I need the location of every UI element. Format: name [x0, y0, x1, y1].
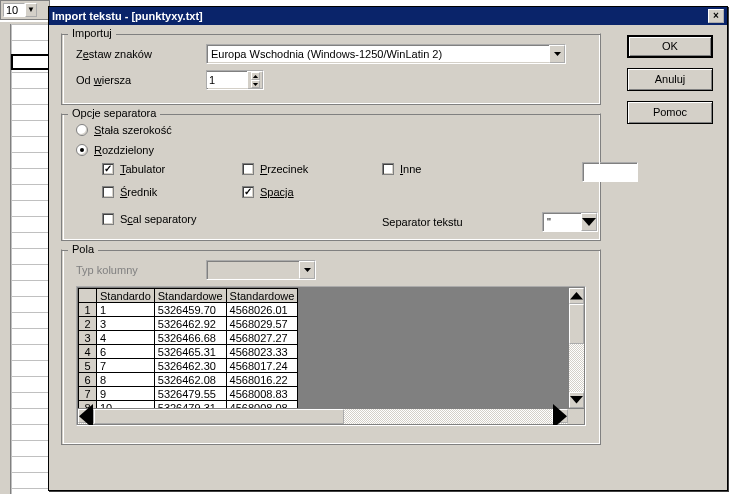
preview-table[interactable]: StandardoStandardoweStandardowe115326459… — [76, 286, 586, 426]
svg-marker-6 — [570, 396, 583, 403]
merge-label: Scal separatory — [120, 213, 196, 225]
fontsize-combo[interactable]: ▼ — [0, 0, 50, 20]
scroll-thumb[interactable] — [94, 409, 344, 424]
space-check[interactable]: Spacja — [242, 186, 382, 198]
cell-cursor — [11, 54, 50, 70]
table-row[interactable]: 345326466.684568027.27 — [79, 331, 298, 345]
close-icon[interactable]: × — [708, 9, 724, 23]
chevron-down-icon[interactable] — [581, 213, 597, 231]
comma-label: Przecinek — [260, 163, 308, 175]
charset-label: Zestaw znaków — [76, 48, 206, 60]
charset-combo[interactable]: Europa Wschodnia (Windows-1250/WinLatin … — [206, 44, 566, 64]
merge-check[interactable]: Scal separatory — [102, 213, 382, 225]
cancel-button[interactable]: Anuluj — [627, 68, 713, 91]
other-label: Inne — [400, 163, 421, 175]
delimited-radio[interactable]: Rozdzielony — [76, 144, 154, 156]
scroll-left-icon[interactable] — [78, 409, 94, 423]
fontsize-dropdown-icon[interactable]: ▼ — [25, 3, 37, 17]
delimited-label: Rozdzielony — [94, 144, 154, 156]
charset-value: Europa Wschodnia (Windows-1250/WinLatin … — [207, 48, 549, 60]
scroll-right-icon[interactable] — [552, 409, 568, 423]
semicolon-check[interactable]: Średnik — [102, 186, 242, 198]
table-row[interactable]: 115326459.704568026.01 — [79, 303, 298, 317]
col-header[interactable]: Standardo — [97, 289, 155, 303]
import-text-dialog: Import tekstu - [punktyxy.txt] × OK Anul… — [48, 6, 728, 491]
fixed-width-radio[interactable]: Stała szerokość — [76, 124, 172, 136]
table-row[interactable]: 575326462.304568017.24 — [79, 359, 298, 373]
sheet-cells[interactable] — [11, 24, 50, 494]
horizontal-scrollbar[interactable] — [78, 408, 584, 424]
vertical-scrollbar[interactable] — [568, 288, 584, 408]
col-header[interactable]: Standardowe — [154, 289, 226, 303]
semicolon-label: Średnik — [120, 186, 157, 198]
row-header-strip — [0, 24, 11, 494]
separator-group: Opcje separatora Stała szerokość Rozdzie… — [61, 113, 601, 241]
separator-legend: Opcje separatora — [68, 107, 160, 119]
table-row[interactable]: 235326462.924568029.57 — [79, 317, 298, 331]
textsep-label: Separator tekstu — [382, 216, 542, 228]
import-legend: Importuj — [68, 27, 116, 39]
coltype-label: Typ kolumny — [76, 264, 206, 276]
table-row[interactable]: 685326462.084568016.22 — [79, 373, 298, 387]
fromrow-spin[interactable] — [206, 70, 264, 90]
fontsize-input[interactable] — [3, 3, 25, 17]
table-row[interactable]: 795326479.554568008.83 — [79, 387, 298, 401]
chevron-down-icon — [299, 261, 315, 279]
chevron-down-icon[interactable] — [549, 45, 565, 63]
svg-marker-7 — [79, 404, 93, 426]
table-row[interactable]: 465326465.314568023.33 — [79, 345, 298, 359]
svg-marker-8 — [553, 404, 567, 426]
coltype-combo — [206, 260, 316, 280]
other-input[interactable] — [582, 162, 638, 182]
fromrow-label: Od wiersza — [76, 74, 206, 86]
tab-check[interactable]: Tabulator — [102, 163, 242, 175]
titlebar[interactable]: Import tekstu - [punktyxy.txt] × — [49, 7, 727, 25]
dialog-title: Import tekstu - [punktyxy.txt] — [52, 10, 203, 22]
svg-marker-5 — [570, 292, 583, 299]
scroll-down-icon[interactable] — [569, 392, 584, 408]
space-label: Spacja — [260, 186, 294, 198]
svg-marker-1 — [252, 75, 257, 78]
help-button[interactable]: Pomoc — [627, 101, 713, 124]
fixed-width-label: Stała szerokość — [94, 124, 172, 136]
fromrow-input[interactable] — [207, 72, 245, 88]
textsep-value: " — [543, 213, 581, 231]
import-group: Importuj Zestaw znaków Europa Wschodnia … — [61, 33, 601, 105]
textsep-combo[interactable]: " — [542, 212, 598, 232]
fields-legend: Pola — [68, 243, 98, 255]
scroll-up-icon[interactable] — [569, 288, 584, 304]
col-header[interactable]: Standardowe — [226, 289, 298, 303]
tab-label: Tabulator — [120, 163, 165, 175]
spin-up-icon[interactable] — [251, 72, 260, 80]
svg-marker-0 — [554, 52, 561, 56]
svg-marker-3 — [582, 218, 596, 226]
spin-down-icon[interactable] — [251, 80, 260, 88]
fields-group: Pola Typ kolumny StandardoStandardoweSta… — [61, 249, 601, 445]
svg-marker-2 — [252, 83, 257, 86]
scroll-thumb[interactable] — [569, 304, 584, 344]
ok-button[interactable]: OK — [627, 35, 713, 58]
comma-check[interactable]: Przecinek — [242, 163, 382, 175]
other-check[interactable]: Inne — [382, 163, 482, 175]
svg-marker-4 — [304, 268, 311, 272]
